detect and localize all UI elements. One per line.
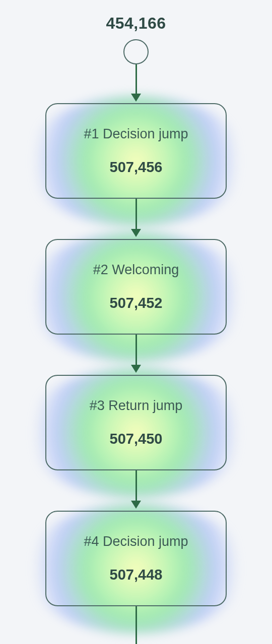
flowchart-canvas: 454,166 #1 Decision jump 507,456 #2 Welc… [0, 0, 272, 644]
node-value: 507,452 [110, 295, 163, 311]
start-value: 454,166 [106, 14, 166, 33]
flow-node-3[interactable]: #3 Return jump 507,450 [45, 375, 227, 470]
node-value: 507,450 [110, 431, 163, 447]
start-node-icon [123, 39, 149, 64]
flow-node-2[interactable]: #2 Welcoming 507,452 [45, 239, 227, 335]
node-title: #3 Return jump [90, 398, 183, 414]
flow-node-1[interactable]: #1 Decision jump 507,456 [45, 103, 227, 199]
flow-node-4[interactable]: #4 Decision jump 507,448 [45, 511, 227, 606]
node-title: #4 Decision jump [84, 534, 188, 549]
node-title: #1 Decision jump [84, 126, 188, 142]
node-title: #2 Welcoming [93, 262, 179, 278]
node-value: 507,456 [110, 159, 163, 176]
node-value: 507,448 [110, 567, 163, 583]
